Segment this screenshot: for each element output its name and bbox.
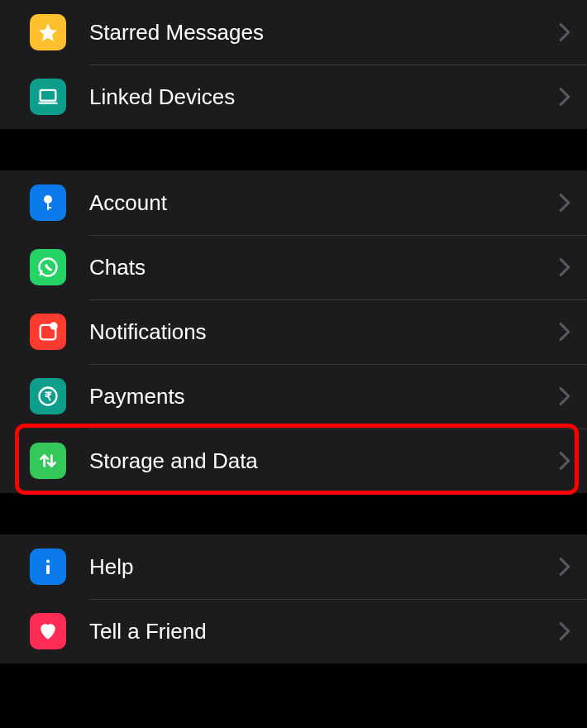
laptop-icon — [30, 79, 66, 115]
whatsapp-icon — [30, 249, 66, 285]
key-icon — [30, 184, 66, 221]
row-label: Starred Messages — [89, 20, 559, 46]
svg-point-2 — [44, 195, 52, 204]
svg-rect-4 — [47, 207, 51, 208]
star-icon — [30, 14, 66, 50]
svg-text:₹: ₹ — [45, 390, 52, 403]
svg-rect-11 — [46, 565, 50, 574]
rupee-icon: ₹ — [30, 378, 66, 414]
chevron-right-icon — [559, 88, 570, 106]
row-label: Chats — [89, 255, 559, 280]
row-label: Account — [89, 190, 559, 216]
row-help[interactable]: Help — [0, 534, 587, 599]
settings-section-3: Help Tell a Friend — [0, 534, 587, 663]
row-storage-and-data[interactable]: Storage and Data — [0, 429, 587, 493]
info-icon — [30, 548, 66, 585]
heart-icon — [30, 613, 66, 649]
notification-badge-icon — [30, 314, 66, 350]
settings-section-2: Account Chats Notifications ₹ Payments — [0, 170, 587, 493]
row-linked-devices[interactable]: Linked Devices — [0, 65, 587, 129]
row-label: Storage and Data — [89, 448, 559, 474]
settings-section-1: Starred Messages Linked Devices — [0, 0, 587, 129]
row-chats[interactable]: Chats — [0, 235, 587, 299]
svg-rect-3 — [47, 203, 49, 210]
chevron-right-icon — [559, 194, 570, 212]
row-account[interactable]: Account — [0, 170, 587, 235]
row-payments[interactable]: ₹ Payments — [0, 364, 587, 429]
chevron-right-icon — [559, 23, 570, 41]
chevron-right-icon — [559, 323, 570, 341]
row-label: Linked Devices — [89, 84, 559, 110]
row-label: Payments — [89, 384, 559, 410]
row-starred-messages[interactable]: Starred Messages — [0, 0, 587, 65]
row-notifications[interactable]: Notifications — [0, 299, 587, 364]
svg-point-7 — [50, 322, 57, 329]
svg-rect-0 — [41, 90, 56, 101]
svg-rect-1 — [38, 102, 57, 103]
row-label: Notifications — [89, 319, 559, 345]
chevron-right-icon — [559, 258, 570, 276]
chevron-right-icon — [559, 558, 570, 576]
row-label: Tell a Friend — [89, 619, 559, 644]
chevron-right-icon — [559, 622, 570, 640]
row-tell-a-friend[interactable]: Tell a Friend — [0, 599, 587, 663]
chevron-right-icon — [559, 452, 570, 470]
row-label: Help — [89, 554, 559, 580]
svg-point-10 — [46, 560, 50, 563]
arrows-up-down-icon — [30, 443, 66, 479]
chevron-right-icon — [559, 387, 570, 405]
